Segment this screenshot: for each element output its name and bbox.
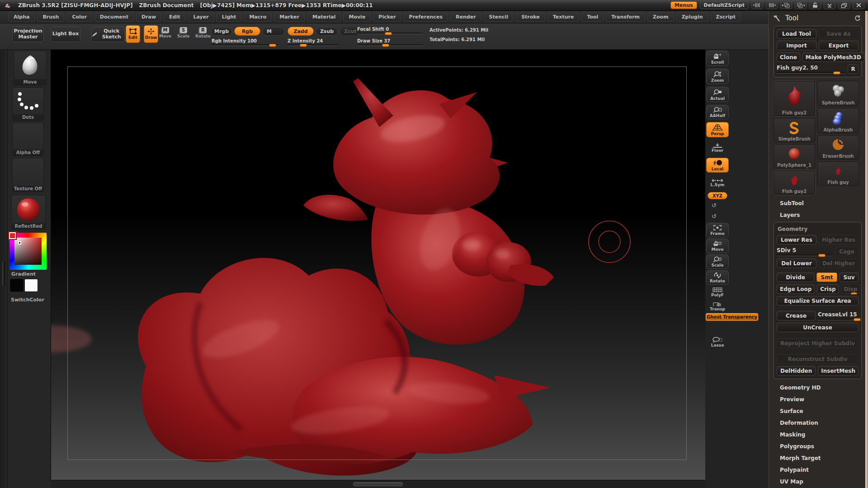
menu-document[interactable]: Document — [94, 12, 134, 22]
scale-tool-button[interactable]: S Scale — [177, 27, 189, 38]
rotate-tool-button[interactable]: R Rotate — [195, 27, 211, 38]
shelf-scale-button[interactable]: Scale — [706, 254, 729, 269]
spin-y-icon[interactable]: ↺ — [712, 213, 717, 220]
menu-alpha[interactable]: Alpha — [8, 12, 35, 22]
tool-thumb-fishguy2[interactable]: Fish guy2 — [774, 170, 815, 195]
load-tool-button[interactable]: Load Tool — [777, 29, 816, 38]
import-button[interactable]: Import — [777, 41, 816, 50]
reproject-higher-subdiv-button[interactable]: Reproject Higher Subdiv — [777, 338, 859, 348]
section-layers[interactable]: Layers — [769, 209, 865, 221]
secondary-color-swatch[interactable] — [24, 279, 38, 292]
crease-button[interactable]: Crease — [777, 311, 816, 320]
uncrease-button[interactable]: UnCrease — [777, 323, 859, 332]
section-subtool[interactable]: SubTool — [769, 197, 865, 209]
equalize-surface-area-button[interactable]: Equalize Surface Area — [777, 296, 859, 305]
right-tray-divider[interactable] — [865, 11, 868, 488]
move-tool-button[interactable]: M Move — [159, 27, 171, 38]
reconstruct-subdiv-button[interactable]: Reconstruct Subdiv — [777, 354, 859, 364]
shelf-persp-button[interactable]: Persp — [706, 122, 729, 137]
menu-picker[interactable]: Picker — [373, 12, 401, 22]
menus-button[interactable]: Menus — [670, 1, 697, 9]
crease-lvl-slider[interactable]: CreaseLvl 15 — [818, 311, 859, 320]
lower-res-button[interactable]: Lower Res — [777, 235, 816, 244]
section-preview[interactable]: Preview — [769, 394, 865, 405]
menu-color[interactable]: Color — [66, 12, 92, 22]
suv-toggle[interactable]: Suv — [840, 272, 859, 282]
ghost-transparency-button[interactable]: Ghost Transparency — [706, 313, 758, 321]
shelf-lasso-button[interactable]: Lasso — [706, 335, 729, 349]
mrgb-toggle[interactable]: Mrgb — [211, 27, 232, 36]
spin-z-icon[interactable]: ↺ — [712, 202, 717, 209]
menu-tool[interactable]: Tool — [581, 12, 604, 22]
menu-zoom[interactable]: Zoom — [647, 12, 674, 22]
edge-loop-button[interactable]: Edge Loop — [777, 284, 815, 294]
section-morph-target[interactable]: Morph Target — [769, 452, 865, 464]
document-canvas[interactable] — [51, 50, 705, 480]
texture-thumb[interactable]: Texture Off — [12, 158, 44, 192]
menu-material[interactable]: Material — [307, 12, 341, 22]
del-lower-button[interactable]: Del Lower — [777, 258, 816, 268]
make-polymesh3d-button[interactable]: Make PolyMesh3D — [802, 52, 864, 62]
disp-slider-handle[interactable] — [851, 292, 857, 295]
scroll-tray-right-icon[interactable] — [766, 1, 778, 9]
menu-transform[interactable]: Transform — [606, 12, 645, 22]
tool-thumb-eraserbrush[interactable]: EraserBrush — [817, 135, 859, 160]
left-tray-divider[interactable] — [0, 50, 8, 488]
menu-layer[interactable]: Layer — [188, 12, 214, 22]
shelf-move-button[interactable]: Move — [706, 239, 729, 253]
shelf-local-button[interactable]: Local — [706, 158, 729, 173]
tool-thumb-spherebrush[interactable]: SphereBrush — [817, 81, 859, 106]
alpha-thumb[interactable]: Alpha Off — [12, 123, 44, 156]
focal-shift-slider[interactable]: Focal Shift 0 — [357, 27, 423, 34]
rgb-toggle[interactable]: Rgb — [234, 27, 260, 36]
scroll-tray-left-icon[interactable] — [751, 1, 763, 9]
crisp-toggle[interactable]: Crisp — [817, 284, 839, 294]
zadd-toggle[interactable]: Zadd — [288, 27, 314, 36]
menu-movie[interactable]: Movie — [343, 12, 371, 22]
restore-window-icon[interactable] — [838, 1, 850, 9]
cage-button[interactable]: Cage — [835, 247, 859, 256]
tool-palette-header[interactable]: Tool — [769, 11, 865, 24]
smt-toggle[interactable]: Smt — [816, 272, 837, 282]
edit-button[interactable]: Edit — [126, 25, 140, 43]
section-uv-map[interactable]: UV Map — [769, 476, 865, 488]
menu-stroke[interactable]: Stroke — [516, 12, 545, 22]
shelf-rotate-button[interactable]: Rotate — [706, 270, 729, 285]
shelf-zoom-button[interactable]: Zoom — [706, 69, 729, 84]
menu-preferences[interactable]: Preferences — [404, 12, 448, 22]
projection-master-button[interactable]: Projection Master — [12, 26, 44, 42]
tool-thumb-fishguy2-current[interactable]: Fish guy2 — [774, 81, 815, 116]
section-deformation[interactable]: Deformation — [769, 417, 865, 429]
lock-icon[interactable] — [809, 1, 821, 9]
material-thumb[interactable]: ReflectRed — [11, 195, 46, 230]
switch-color-button[interactable]: SwitchColor — [11, 297, 44, 303]
shelf-polyframe-button[interactable]: PolyF — [706, 286, 729, 299]
del-higher-button[interactable]: Del Higher — [819, 258, 859, 268]
shelf-actual-button[interactable]: Actual — [706, 87, 729, 102]
section-geometry-hd[interactable]: Geometry HD — [769, 382, 865, 394]
main-color-swatch[interactable] — [10, 279, 24, 292]
cascade-left-icon[interactable] — [780, 1, 792, 9]
current-tool-slider[interactable]: Fish guy2. 50 — [777, 64, 845, 74]
clone-button[interactable]: Clone — [777, 52, 800, 62]
light-box-button[interactable]: Light Box — [51, 26, 80, 42]
shelf-aahalf-button[interactable]: AAHalf — [706, 105, 729, 119]
restore-config-icon[interactable] — [854, 15, 861, 22]
save-as-button[interactable]: Save As — [819, 29, 859, 38]
menu-render[interactable]: Render — [450, 12, 481, 22]
section-polypaint[interactable]: Polypaint — [769, 464, 865, 476]
tool-thumb-alphabrush[interactable]: AlphaBrush — [817, 108, 859, 133]
export-button[interactable]: Export — [819, 41, 859, 50]
menu-stencil[interactable]: Stencil — [484, 12, 514, 22]
menu-macro[interactable]: Macro — [244, 12, 272, 22]
shelf-transp-button[interactable]: Transp — [706, 300, 729, 313]
menu-brush[interactable]: Brush — [37, 12, 64, 22]
menu-texture[interactable]: Texture — [547, 12, 580, 22]
shelf-frame-button[interactable]: Frame — [706, 223, 729, 237]
tool-thumb-fishguy[interactable]: Fish guy — [817, 161, 859, 186]
tool-thumb-polysphere[interactable]: PolySphere_1 — [774, 144, 815, 169]
rapid-sample-button[interactable]: R — [848, 64, 859, 74]
del-hidden-button[interactable]: DelHidden — [777, 366, 816, 375]
shelf-floor-button[interactable]: Floor — [706, 141, 729, 154]
divide-button[interactable]: Divide — [777, 272, 814, 282]
